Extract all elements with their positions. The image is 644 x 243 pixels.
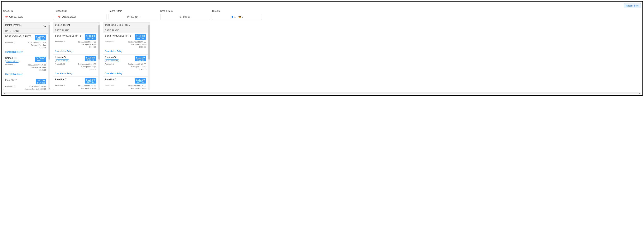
- price-tax: $5.50 Tax: [36, 60, 45, 62]
- rate-filters-group: Rate Filters TERMS(0) ▾: [160, 10, 210, 20]
- plan-name: BEST AVAILABLE RATE: [5, 35, 32, 38]
- price-tax: $8.25 Tax: [136, 38, 145, 39]
- price-badge[interactable]: $90.00$4.95 Tax: [36, 79, 46, 84]
- price-badge[interactable]: $100.00$5.50 Tax: [85, 78, 96, 83]
- rate-plans-label: RATE PLANS: [4, 28, 48, 34]
- guests-selector[interactable]: 👤 1 🧒 0: [212, 14, 262, 20]
- price-tax: $5.50 Tax: [86, 59, 95, 61]
- checkin-group: Check In 📅 Oct 30, 2022: [3, 10, 54, 20]
- price-badge[interactable]: $100.00$5.50 Tax: [85, 56, 96, 61]
- price-tax: $5.50 Tax: [86, 81, 95, 83]
- scroll-thumb[interactable]: [48, 25, 50, 60]
- rate-plan-item[interactable]: FakePlan7$100.00$5.50 TaxAvailable 10Tot…: [53, 77, 98, 90]
- totals: Total Amount $116.05Average Per Night$11…: [128, 84, 146, 90]
- cancellation-policy-link[interactable]: Cancellation Policy: [55, 72, 72, 74]
- price-amount: $100.00: [36, 57, 45, 60]
- rate-plan-item[interactable]: Carson OilCompany Rate$100.00$5.50 TaxAv…: [103, 54, 148, 77]
- vertical-scrollbar[interactable]: ▲▼: [148, 22, 150, 90]
- scroll-thumb[interactable]: [148, 25, 150, 60]
- scroll-thumb[interactable]: [98, 25, 100, 60]
- price-badge[interactable]: $110.00$6.05 Tax: [134, 78, 146, 83]
- price-badge[interactable]: $110.00$6.05 Tax: [85, 34, 96, 40]
- vertical-scrollbar[interactable]: ▲▼: [98, 22, 100, 90]
- scroll-up-icon[interactable]: ▲: [148, 22, 150, 25]
- scroll-down-icon[interactable]: ▼: [48, 87, 50, 90]
- rate-plan-item[interactable]: FakePlan7$90.00$4.95 TaxAvailable 12Tota…: [4, 77, 48, 90]
- cancellation-policy-link[interactable]: Cancellation Policy: [105, 50, 122, 52]
- adults-count: 👤 1: [231, 16, 236, 18]
- checkin-input[interactable]: 📅 Oct 30, 2022: [3, 14, 54, 20]
- cancellation-policy-link[interactable]: Cancellation Policy: [5, 51, 22, 53]
- price-amount: $100.00: [86, 56, 95, 59]
- rate-plan-item[interactable]: Carson OilCompany Rate$100.00$5.50 TaxAv…: [53, 54, 98, 77]
- availability: Available 12: [5, 41, 16, 44]
- room-title: KING ROOM: [5, 24, 22, 27]
- rate-plan-item[interactable]: BEST AVAILABLE RATE$110.00$6.05 TaxAvail…: [4, 34, 48, 55]
- adult-icon: 👤: [231, 16, 234, 18]
- totals: Total Amount $105.50Average Per Night$10…: [78, 63, 96, 71]
- checkin-value: Oct 30, 2022: [9, 16, 23, 18]
- top-bar: Reset Filters: [3, 3, 641, 8]
- plan-name: Carson Oil: [5, 56, 19, 59]
- price-amount: $110.00: [86, 35, 95, 38]
- rate-plan-item[interactable]: Carson OilCompany Rate$100.00$5.50 TaxAv…: [4, 55, 48, 78]
- price-badge[interactable]: $100.00$5.50 Tax: [35, 56, 46, 62]
- vertical-scrollbar[interactable]: ▲▼: [48, 22, 50, 90]
- checkout-input[interactable]: 📅 Oct 31, 2022: [56, 14, 106, 20]
- price-tax: $6.05 Tax: [136, 81, 145, 83]
- totals: Total Amount $94.95Average Per Night $94…: [25, 85, 46, 90]
- price-badge[interactable]: $150.00$8.25 Tax: [134, 34, 146, 40]
- scroll-up-icon[interactable]: ▲: [98, 22, 100, 25]
- app-frame: Reset Filters Check In 📅 Oct 30, 2022 Ch…: [1, 1, 643, 96]
- rate-plan-item[interactable]: FakePlan7$110.00$6.05 TaxAvailable 7Tota…: [103, 77, 148, 90]
- price-tax: $5.50 Tax: [136, 59, 145, 61]
- plan-name: Carson Oil: [105, 56, 119, 59]
- availability: Available 7: [105, 63, 114, 65]
- company-rate-chip: Company Rate: [55, 59, 69, 62]
- horizontal-scrollbar[interactable]: ◀ ▶: [3, 92, 641, 94]
- scroll-left-icon[interactable]: ◀: [4, 92, 5, 94]
- reset-filters-button[interactable]: Reset Filters: [624, 3, 641, 8]
- price-tax: $6.05 Tax: [86, 38, 95, 39]
- price-amount: $100.00: [136, 56, 145, 59]
- plan-name: Carson Oil: [55, 56, 69, 59]
- price-amount: $90.00: [37, 79, 45, 82]
- price-tax: $4.95 Tax: [37, 82, 45, 84]
- availability: Available 10: [55, 84, 65, 86]
- scroll-up-icon[interactable]: ▲: [48, 22, 50, 25]
- plan-name: FakePlan7: [5, 79, 17, 82]
- room-title: QUEEN ROOM: [55, 24, 70, 26]
- cancellation-policy-link[interactable]: Cancellation Policy: [5, 73, 22, 75]
- cancellation-policy-link[interactable]: Cancellation Policy: [55, 50, 72, 52]
- price-badge[interactable]: $110.00$6.05 Tax: [35, 35, 46, 40]
- totals: Total Amount $105.50Average Per Night$10…: [78, 84, 96, 90]
- rate-plans-label: RATE PLANS: [103, 28, 148, 33]
- totals: Total Amount $158.25Average Per Night$15…: [128, 41, 146, 48]
- availability: Available 12: [5, 85, 16, 87]
- room-filters-dropdown[interactable]: TYPES (1) ▾: [108, 14, 158, 20]
- child-icon: 🧒: [238, 16, 241, 18]
- rate-plan-item[interactable]: BEST AVAILABLE RATE$110.00$6.05 TaxAvail…: [53, 33, 98, 54]
- room-card: ▲▼KING ROOMiRATE PLANSBEST AVAILABLE RAT…: [3, 22, 50, 90]
- guests-group: Guests 👤 1 🧒 0: [212, 10, 262, 20]
- price-amount: $100.00: [86, 78, 95, 81]
- cancellation-policy-link[interactable]: Cancellation Policy: [105, 72, 122, 74]
- scroll-right-icon[interactable]: ▶: [639, 92, 640, 94]
- rate-filters-label: Rate Filters: [160, 10, 210, 12]
- rooms-row: ▲▼KING ROOMiRATE PLANSBEST AVAILABLE RAT…: [3, 22, 641, 90]
- totals: Total Amount $116.05Average Per Night$11…: [78, 41, 96, 48]
- rate-plan-item[interactable]: BEST AVAILABLE RATE$150.00$8.25 TaxAvail…: [103, 33, 148, 54]
- info-icon[interactable]: i: [44, 24, 46, 27]
- price-badge[interactable]: $100.00$5.50 Tax: [134, 56, 146, 61]
- rate-filters-dropdown[interactable]: TERMS(0) ▾: [160, 14, 210, 20]
- company-rate-chip: Company Rate: [105, 59, 119, 62]
- room-header: QUEEN ROOM: [53, 22, 98, 28]
- scroll-down-icon[interactable]: ▼: [148, 87, 150, 90]
- room-header: KING ROOMi: [4, 22, 48, 28]
- scroll-down-icon[interactable]: ▼: [98, 87, 100, 90]
- price-amount: $110.00: [136, 78, 145, 81]
- rate-filters-value: TERMS(0): [179, 16, 190, 18]
- plan-name: BEST AVAILABLE RATE: [105, 34, 131, 37]
- plan-name: FakePlan7: [55, 78, 66, 81]
- calendar-icon: 📅: [58, 16, 60, 18]
